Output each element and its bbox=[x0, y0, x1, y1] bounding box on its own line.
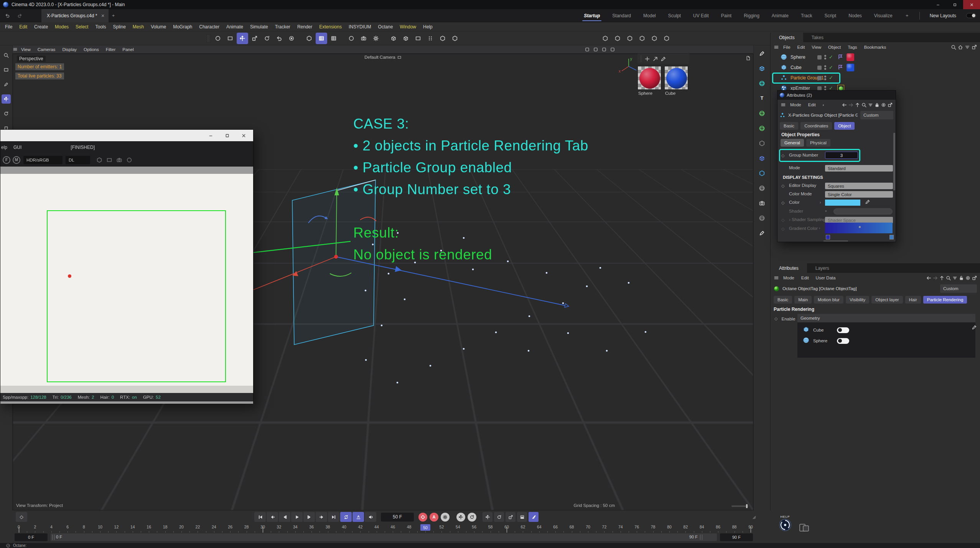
next-key-button[interactable] bbox=[316, 512, 327, 522]
eyedropper-icon[interactable] bbox=[865, 199, 870, 205]
range-end-field[interactable]: 90 F bbox=[720, 533, 753, 541]
viewport-layout-icon[interactable] bbox=[746, 56, 751, 61]
render-picture-viewer-button[interactable] bbox=[358, 33, 369, 44]
arrow-right-icon[interactable] bbox=[848, 102, 853, 107]
timeline-ruler[interactable]: 0246810121416182022242628303234363840424… bbox=[15, 524, 753, 533]
key-rotation-button[interactable] bbox=[468, 513, 476, 522]
layout-tab-uv-edit[interactable]: UV Edit bbox=[687, 9, 715, 22]
render-view-button[interactable] bbox=[346, 33, 357, 44]
tag-tab-object-layer[interactable]: Object layer bbox=[871, 296, 903, 304]
workplane-button[interactable] bbox=[328, 33, 339, 44]
key-diamond-icon[interactable]: ◇ bbox=[781, 153, 784, 158]
layout-tab-script[interactable]: Script bbox=[818, 9, 842, 22]
geometry-toggle[interactable] bbox=[837, 338, 849, 344]
attr-tab-basic[interactable]: Basic bbox=[780, 122, 798, 130]
play-button[interactable] bbox=[291, 512, 303, 522]
viewport-menu-cameras[interactable]: Cameras bbox=[34, 47, 59, 52]
panel-tab-attributes[interactable]: Attributes bbox=[771, 263, 807, 273]
menu-window[interactable]: Window bbox=[396, 24, 420, 30]
layout-tab-nodes[interactable]: Nodes bbox=[842, 9, 868, 22]
tag-tab-basic[interactable]: Basic bbox=[774, 296, 792, 304]
tab-close-icon[interactable]: ✕ bbox=[101, 13, 104, 18]
gradient-bar[interactable] bbox=[825, 223, 893, 233]
menu-character[interactable]: Character bbox=[196, 24, 223, 30]
viewport-lod-slider[interactable] bbox=[731, 505, 748, 507]
dynamics-button[interactable] bbox=[624, 33, 636, 44]
toggle-views-icon[interactable] bbox=[610, 47, 615, 52]
track-scale-button[interactable] bbox=[506, 512, 516, 522]
texture-mode-button[interactable] bbox=[412, 33, 424, 44]
document-tab[interactable]: X-Particles Groups.c4d * ✕ bbox=[41, 9, 109, 22]
maximize-button[interactable] bbox=[946, 0, 963, 9]
cloner-button[interactable] bbox=[600, 33, 611, 44]
phong-tag-icon[interactable] bbox=[837, 64, 843, 71]
camera-button[interactable] bbox=[757, 198, 767, 208]
objects-menu-view[interactable]: View bbox=[809, 45, 824, 50]
close-icon[interactable] bbox=[241, 133, 246, 138]
popout-icon[interactable] bbox=[972, 45, 977, 50]
layout-tab-standard[interactable]: Standard bbox=[606, 9, 637, 22]
enabled-check-icon[interactable]: ✓ bbox=[829, 75, 833, 81]
new-tab-button[interactable]: ＋ bbox=[109, 11, 119, 21]
new-layouts-button[interactable]: New Layouts bbox=[924, 9, 962, 22]
tag-tab-particle-rendering[interactable]: Particle Rendering bbox=[923, 296, 967, 304]
make-editable-button[interactable] bbox=[2, 51, 11, 60]
make-editable-button[interactable] bbox=[388, 33, 399, 44]
range-grip-right[interactable] bbox=[700, 535, 702, 540]
material-item[interactable]: Sphere bbox=[637, 66, 662, 96]
prev-key-button[interactable] bbox=[267, 512, 278, 522]
maximize-icon[interactable] bbox=[225, 133, 230, 138]
snap-button[interactable] bbox=[303, 33, 315, 44]
menu-volume[interactable]: Volume bbox=[147, 24, 170, 30]
tag-tab-hair[interactable]: Hair bbox=[905, 296, 921, 304]
menu-animate[interactable]: Animate bbox=[223, 24, 247, 30]
tag-preset-dropdown[interactable]: Custom bbox=[940, 284, 977, 293]
arrow-up-icon[interactable] bbox=[855, 102, 860, 107]
minimize-icon[interactable] bbox=[936, 3, 940, 7]
model-mode-button[interactable] bbox=[400, 33, 412, 44]
object-row-particle-group-1[interactable]: Particle Group 1✓ bbox=[771, 73, 980, 83]
pick-material-icon[interactable] bbox=[106, 157, 112, 163]
color-mode-dropdown[interactable]: Single Color bbox=[825, 191, 893, 198]
eyedropper-icon[interactable] bbox=[972, 325, 977, 330]
viewport-solo-button[interactable] bbox=[2, 109, 11, 118]
volume-button[interactable] bbox=[757, 168, 767, 178]
visibility-dots[interactable] bbox=[824, 76, 826, 80]
key-diamond-icon[interactable]: ◇ bbox=[781, 183, 784, 188]
loop-button[interactable] bbox=[340, 512, 352, 522]
attr-tab-coordinates[interactable]: Coordinates bbox=[800, 122, 832, 130]
keyframe-display-button[interactable]: A bbox=[352, 512, 364, 522]
hamburger-icon[interactable] bbox=[774, 45, 779, 50]
layer-chip[interactable] bbox=[817, 55, 822, 59]
keying-settings-button[interactable] bbox=[441, 513, 450, 522]
subdivision-surface-button[interactable] bbox=[757, 78, 767, 88]
tag-tab-motion-blur[interactable]: Motion blur bbox=[814, 296, 843, 304]
gradient-stop-left[interactable] bbox=[826, 235, 830, 239]
key-diamond-icon[interactable]: ◇ bbox=[781, 200, 784, 205]
layer-chip[interactable] bbox=[817, 66, 822, 70]
attributes-window-titlebar[interactable]: Attributes (2) bbox=[777, 91, 896, 100]
pan-view-icon[interactable] bbox=[585, 47, 590, 52]
material-thumbnail[interactable] bbox=[664, 66, 688, 90]
viewport-menu-panel[interactable]: Panel bbox=[119, 47, 137, 52]
axis-lock-button[interactable] bbox=[286, 33, 297, 44]
menu-modes[interactable]: Modes bbox=[51, 24, 72, 30]
search-icon[interactable] bbox=[861, 102, 866, 107]
menu-create[interactable]: Create bbox=[31, 24, 51, 30]
menu-help[interactable]: Help bbox=[420, 24, 436, 30]
camera-label[interactable]: Default Camera bbox=[364, 55, 402, 59]
record-keyframe-button[interactable] bbox=[418, 513, 427, 522]
brush-button[interactable] bbox=[757, 228, 767, 238]
search-icon[interactable] bbox=[951, 45, 956, 50]
cloth-button[interactable] bbox=[636, 33, 648, 44]
material-thumbnail[interactable] bbox=[637, 66, 661, 90]
timeline-resize-icon[interactable] bbox=[748, 512, 759, 522]
menu-help-cropped[interactable]: elp bbox=[0, 145, 10, 150]
goto-start-button[interactable] bbox=[254, 512, 266, 522]
undo-button[interactable] bbox=[2, 11, 12, 21]
keyframe-diamond-button[interactable]: ◇ bbox=[16, 512, 27, 522]
layouts-toggle[interactable] bbox=[966, 13, 976, 18]
redo-icon[interactable] bbox=[17, 13, 22, 18]
object-row-cube[interactable]: Cube✓ bbox=[771, 63, 980, 73]
region-icon[interactable] bbox=[96, 157, 102, 163]
